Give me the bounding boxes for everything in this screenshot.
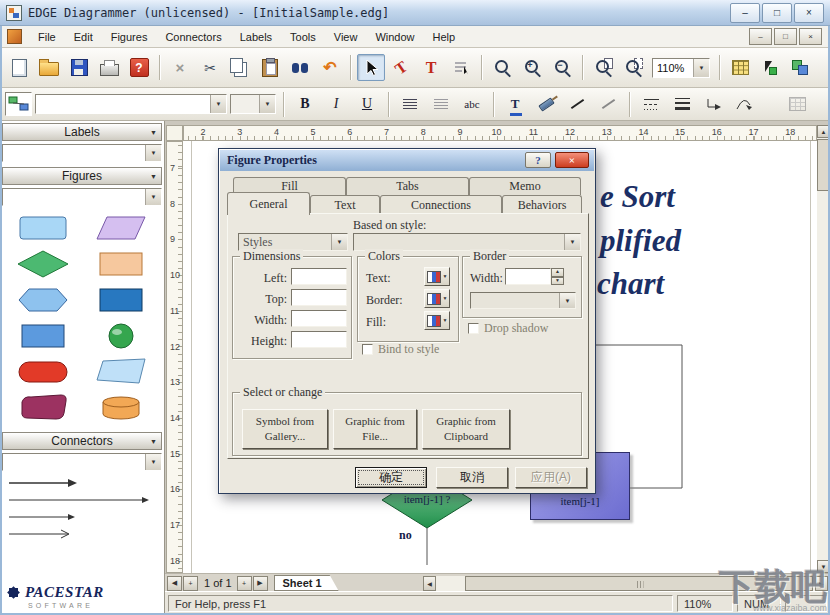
checkbox-box-icon[interactable] (362, 344, 373, 355)
ok-button[interactable]: 确定 (355, 467, 427, 488)
palette-shape-display-shape[interactable] (15, 393, 71, 423)
dialog-help-button[interactable]: ? (525, 152, 551, 168)
graphic-from-clipboard-button[interactable]: Graphic from Clipboard (422, 409, 510, 449)
copy-button[interactable] (226, 54, 254, 81)
menu-item-edit[interactable]: Edit (65, 28, 102, 46)
style-preview-box[interactable] (5, 92, 32, 116)
chevron-down-icon[interactable]: ▼ (210, 95, 226, 113)
menu-item-view[interactable]: View (325, 28, 367, 46)
chevron-down-icon[interactable]: ▼ (564, 234, 580, 250)
delete-button[interactable]: × (166, 54, 194, 81)
print-button[interactable] (95, 54, 123, 81)
menu-item-figures[interactable]: Figures (102, 28, 157, 46)
help-button[interactable]: ? (125, 54, 153, 81)
zoom-page-button[interactable] (589, 54, 617, 81)
connectors-panel-header[interactable]: Connectors ▼ (2, 432, 162, 450)
tab-general[interactable]: General (227, 192, 310, 215)
add-sheet-before-button[interactable]: + (183, 576, 198, 591)
chevron-down-icon[interactable]: ▼ (145, 454, 161, 470)
menu-item-connectors[interactable]: Connectors (156, 28, 230, 46)
mdi-close-button[interactable]: × (799, 28, 822, 45)
top-field[interactable] (291, 289, 347, 306)
align-text-button[interactable] (396, 91, 424, 118)
border-color-picker-button[interactable]: ▼ (424, 289, 450, 308)
corner-connector-button[interactable] (699, 91, 727, 118)
checkbox-box-icon[interactable] (468, 323, 479, 334)
chevron-down-icon[interactable]: ▼ (145, 145, 161, 161)
spinner-up-icon[interactable]: ▲ (551, 268, 564, 277)
border-width-field[interactable] (505, 268, 551, 285)
style-name-combo[interactable]: ▼ (35, 94, 227, 114)
text-color-button[interactable]: T (501, 91, 529, 118)
palette-shape-parallelogram[interactable] (93, 213, 149, 243)
zoom-in-button[interactable]: + (518, 54, 546, 81)
underline-button[interactable]: U (353, 91, 381, 118)
align-figures-button[interactable] (786, 54, 814, 81)
palette-shape-blue-rectangle[interactable] (15, 321, 71, 351)
scroll-left-button[interactable]: ◀ (423, 576, 436, 591)
shadow-color-button[interactable] (594, 91, 622, 118)
border-width-spinner[interactable]: ▲▼ (551, 268, 564, 285)
palette-shape-cylinder[interactable] (93, 393, 149, 423)
horizontal-scrollbar[interactable]: ◀ ▶ (423, 576, 828, 591)
figures-panel-header[interactable]: Figures ▼ (2, 167, 162, 185)
mdi-minimize-button[interactable]: – (749, 28, 772, 45)
palette-shape-trapezoid[interactable] (93, 357, 149, 387)
chevron-down-icon[interactable]: ▼ (145, 189, 161, 205)
pointer-tool-button[interactable] (357, 54, 385, 81)
select-text-tool-button[interactable] (447, 54, 475, 81)
horizontal-scroll-thumb[interactable] (465, 576, 813, 591)
menu-item-help[interactable]: Help (424, 28, 465, 46)
graphic-from-file-button[interactable]: Graphic from File... (333, 409, 417, 449)
palette-shape-sphere[interactable] (93, 321, 149, 351)
border-style-dropdown[interactable]: ▼ (470, 292, 576, 309)
save-button[interactable] (65, 54, 93, 81)
zoom-selection-button[interactable] (619, 54, 647, 81)
apply-button[interactable]: 应用(A) (515, 467, 587, 488)
curve-connector-button[interactable] (730, 91, 758, 118)
tab-memo[interactable]: Memo (469, 177, 581, 195)
last-sheet-button[interactable]: ▶ (253, 576, 268, 591)
first-sheet-button[interactable]: ◀ (167, 576, 182, 591)
height-field[interactable] (291, 331, 347, 348)
rotated-text-tool-button[interactable]: T (387, 54, 415, 81)
figures-style-combo[interactable]: ▼ (2, 188, 162, 206)
width-field[interactable] (291, 310, 347, 327)
dialog-close-button[interactable]: × (555, 152, 589, 168)
palette-connector-long-arrow[interactable] (2, 491, 162, 508)
labels-style-combo[interactable]: ▼ (2, 144, 162, 162)
bold-button[interactable]: B (291, 91, 319, 118)
font-size-combo[interactable]: ▼ (230, 94, 276, 114)
zoom-out-button[interactable]: − (548, 54, 576, 81)
tab-connections[interactable]: Connections (380, 195, 502, 214)
spell-check-button[interactable]: abc (458, 91, 486, 118)
chevron-down-icon[interactable]: ▼ (693, 59, 709, 77)
open-button[interactable] (35, 54, 63, 81)
palette-connector-line-arrow[interactable] (2, 508, 162, 525)
text-color-picker-button[interactable]: ▼ (424, 267, 450, 286)
drop-shadow-checkbox[interactable]: Drop shadow (468, 321, 548, 336)
menu-item-tools[interactable]: Tools (281, 28, 325, 46)
cut-button[interactable]: ✂ (196, 54, 224, 81)
zoom-tool-button[interactable] (488, 54, 516, 81)
close-button[interactable]: × (794, 3, 824, 23)
line-weight-button[interactable] (668, 91, 696, 118)
paste-button[interactable] (256, 54, 284, 81)
mdi-restore-button[interactable]: □ (774, 28, 797, 45)
fill-color-button[interactable] (532, 91, 560, 118)
add-sheet-after-button[interactable]: + (237, 576, 252, 591)
justify-text-button[interactable] (427, 91, 455, 118)
fill-color-picker-button[interactable]: ▼ (424, 311, 450, 330)
italic-button[interactable]: I (322, 91, 350, 118)
new-document-button[interactable] (5, 54, 33, 81)
palette-shape-decision-diamond[interactable] (15, 249, 71, 279)
chevron-down-icon[interactable]: ▼ (259, 95, 275, 113)
scroll-right-button[interactable]: ▶ (815, 576, 828, 591)
zoom-level-combo[interactable]: 110% ▼ (652, 58, 710, 78)
chevron-down-icon[interactable]: ▼ (331, 234, 347, 250)
sheet-tab[interactable]: Sheet 1 (274, 575, 339, 591)
find-button[interactable] (286, 54, 314, 81)
palette-shape-stadium[interactable] (15, 357, 71, 387)
tab-tabs[interactable]: Tabs (346, 177, 469, 195)
menu-item-file[interactable]: File (29, 28, 65, 46)
